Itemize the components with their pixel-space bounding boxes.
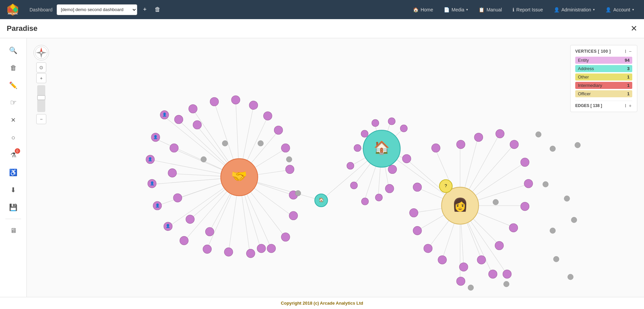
brand-logo: ARCADE — [5, 2, 20, 17]
delete-dashboard-button[interactable]: 🗑 — [153, 5, 163, 14]
svg-point-146 — [222, 141, 228, 146]
close-button[interactable]: ✕ — [631, 24, 637, 33]
svg-text:?: ? — [445, 183, 447, 188]
legend-vertices-header: VERTICES [ 100 ] I − — [575, 49, 632, 54]
nav-media[interactable]: 📄 Media ▾ — [439, 4, 473, 15]
nav-report-issue[interactable]: ℹ Report Issue — [508, 4, 547, 15]
svg-point-153 — [571, 217, 577, 223]
download-icon: ⬇ — [10, 186, 16, 194]
delete-button[interactable]: 🗑 — [5, 60, 21, 76]
add-dashboard-button[interactable]: + — [141, 5, 149, 14]
svg-point-132 — [503, 270, 511, 278]
dashboard-select[interactable]: [demo] demo second dashboard — [57, 4, 137, 15]
navbar-right: 🏠 Home 📄 Media ▾ 📋 Manual ℹ Report Issue… — [408, 4, 639, 15]
compass-control[interactable] — [34, 45, 49, 60]
svg-text:👤: 👤 — [148, 157, 153, 161]
svg-point-151 — [543, 182, 548, 187]
left-toolbar: 🔍 🗑 ✏️ ☞ ✕ ○ ⚗ 0 ♿ ⬇ 💾 🖥 — [0, 38, 27, 309]
svg-point-141 — [347, 162, 354, 169]
svg-point-158 — [568, 274, 573, 280]
svg-point-101 — [170, 144, 178, 152]
legend-vertices-collapse-button[interactable]: − — [628, 49, 632, 54]
legend-row-intermediary[interactable]: Intermediary 1 — [575, 82, 632, 89]
svg-point-96 — [231, 96, 240, 104]
svg-point-116 — [413, 226, 421, 235]
zoom-in-button[interactable]: + — [36, 73, 46, 83]
svg-point-154 — [575, 142, 581, 148]
legend-row-officer[interactable]: Officer 1 — [575, 90, 632, 97]
monitor-button[interactable]: 🖥 — [5, 222, 21, 239]
nav-manual[interactable]: 📋 Manual — [474, 4, 506, 15]
legend-panel: VERTICES [ 100 ] I − Entity 94 Address 3… — [570, 45, 637, 112]
circle-button[interactable]: ○ — [5, 130, 21, 146]
svg-point-134 — [388, 165, 396, 173]
svg-point-126 — [510, 140, 518, 149]
download-button[interactable]: ⬇ — [5, 182, 21, 198]
filter-button[interactable]: ⚗ 0 — [5, 147, 21, 163]
zoom-slider-thumb[interactable] — [37, 95, 45, 100]
legend-row-other[interactable]: Other 1 — [575, 73, 632, 81]
zoom-out-button[interactable]: − — [36, 114, 46, 124]
legend-edges-controls: I + — [624, 103, 632, 108]
svg-point-97 — [210, 97, 218, 106]
legend-vertices-label: VERTICES [ 100 ] — [575, 49, 611, 54]
legend-vertices-sort-button[interactable]: I — [624, 49, 627, 54]
media-caret: ▾ — [466, 8, 468, 11]
circle-icon: ○ — [11, 134, 15, 142]
svg-rect-10 — [86, 38, 585, 309]
svg-point-161 — [536, 132, 541, 137]
svg-point-98 — [189, 105, 197, 113]
recenter-button[interactable]: ⊙ — [36, 62, 46, 72]
dashboard-label: Dashboard — [30, 7, 53, 12]
svg-point-131 — [489, 270, 497, 278]
svg-point-118 — [438, 256, 446, 264]
legend-edges-sort-button[interactable]: I — [624, 103, 627, 108]
search-button[interactable]: 🔍 — [5, 42, 21, 58]
footer-text: Copyright 2018 (c) Arcade Analytics Ltd — [281, 301, 363, 306]
trash-icon: 🗑 — [10, 64, 17, 72]
svg-point-127 — [496, 130, 504, 138]
edit-icon: ✏️ — [9, 81, 17, 89]
svg-point-84 — [203, 245, 211, 253]
svg-point-139 — [388, 118, 395, 125]
nav-account[interactable]: 👤 Account ▾ — [601, 4, 639, 15]
svg-point-102 — [168, 169, 176, 177]
svg-point-147 — [258, 141, 264, 146]
svg-text:👤: 👤 — [166, 224, 170, 228]
monitor-icon: 🖥 — [10, 227, 17, 235]
svg-point-152 — [564, 196, 570, 201]
accessibility-button[interactable]: ♿ — [5, 164, 21, 181]
zoom-slider[interactable] — [37, 85, 45, 112]
svg-point-120 — [477, 256, 486, 264]
save-button[interactable]: 💾 — [5, 199, 21, 215]
svg-point-136 — [354, 144, 361, 151]
legend-row-entity[interactable]: Entity 94 — [575, 57, 632, 64]
legend-edges-label: EDGES [ 138 ] — [575, 103, 602, 108]
svg-point-105 — [205, 227, 214, 236]
map-controls: ⊙ + − — [34, 45, 49, 124]
svg-point-125 — [521, 158, 529, 166]
svg-point-124 — [524, 179, 533, 188]
svg-point-119 — [460, 263, 468, 271]
edit-button[interactable]: ✏️ — [5, 77, 21, 93]
svg-text:👩: 👩 — [452, 197, 468, 212]
expand-button[interactable]: ✕ — [5, 112, 21, 128]
svg-point-129 — [457, 140, 465, 149]
pointer-button[interactable]: ☞ — [5, 95, 21, 111]
svg-point-149 — [295, 190, 301, 196]
footer: Copyright 2018 (c) Arcade Analytics Ltd — [0, 297, 644, 309]
svg-point-83 — [180, 236, 188, 245]
legend-row-address[interactable]: Address 3 — [575, 65, 632, 72]
administration-icon: 👤 — [554, 7, 559, 12]
legend-vertex-controls: I − — [624, 49, 632, 54]
svg-point-128 — [474, 133, 483, 141]
graph-visualization[interactable]: 👤👤👤 👤👤👤 — [27, 38, 644, 309]
nav-administration[interactable]: 👤 Administration ▾ — [549, 4, 600, 15]
graph-area[interactable]: ⊙ + − — [27, 38, 644, 309]
svg-point-157 — [553, 256, 559, 262]
svg-text:🏠: 🏠 — [374, 140, 390, 155]
svg-point-94 — [264, 112, 272, 120]
svg-text:🤝: 🤝 — [231, 168, 247, 184]
nav-home[interactable]: 🏠 Home — [408, 4, 438, 15]
legend-edges-add-button[interactable]: + — [628, 103, 632, 108]
